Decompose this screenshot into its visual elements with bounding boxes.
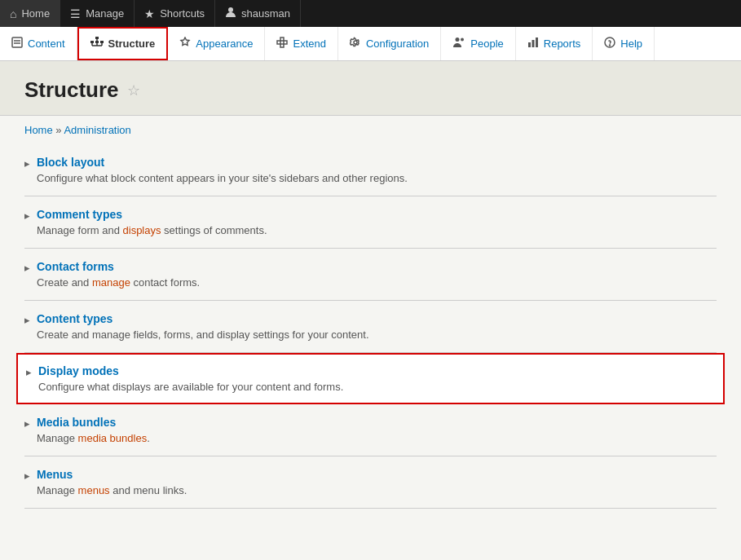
favorite-star-icon[interactable]: ☆ — [127, 82, 140, 99]
toolbar-user-label: shausman — [241, 7, 290, 20]
nav-people[interactable]: People — [441, 27, 515, 60]
svg-rect-20 — [531, 40, 534, 47]
svg-rect-15 — [280, 37, 284, 41]
block-layout-link[interactable]: Block layout — [37, 156, 104, 169]
item-arrow-icon: ▸ — [24, 157, 30, 170]
content-types-link[interactable]: Content types — [37, 312, 112, 325]
help-icon — [604, 37, 615, 51]
admin-toolbar: ⌂ Home ☰ Manage ★ Shortcuts shausman — [0, 0, 741, 27]
toolbar-home-label: Home — [21, 7, 50, 20]
content-icon — [11, 37, 23, 51]
content-types-desc: Create and manage fields, forms, and dis… — [37, 329, 717, 341]
svg-rect-6 — [95, 41, 99, 43]
svg-rect-16 — [280, 44, 284, 47]
nav-configuration[interactable]: Configuration — [338, 27, 441, 60]
nav-structure-label: Structure — [108, 37, 156, 50]
display-modes-link[interactable]: Display modes — [38, 364, 119, 377]
menus-desc: Manage menus and menu links. — [37, 484, 717, 496]
structure-item-contact-forms: ▸ Contact forms Create and manage contac… — [24, 249, 717, 301]
page-content: Structure ☆ Home » Administration ▸ Bloc… — [0, 61, 741, 509]
nav-appearance[interactable]: Appearance — [168, 27, 265, 60]
structure-item-menus: ▸ Menus Manage menus and menu links. — [24, 456, 717, 509]
breadcrumb-separator: » — [55, 124, 61, 136]
media-bundles-desc: Manage media bundles. — [37, 432, 717, 444]
extend-icon — [276, 37, 288, 51]
menu-icon: ☰ — [70, 7, 81, 20]
home-icon: ⌂ — [10, 7, 16, 20]
nav-help[interactable]: Help — [593, 27, 655, 60]
item-arrow-icon: ▸ — [24, 314, 30, 326]
people-icon — [452, 37, 465, 51]
item-arrow-icon: ▸ — [24, 470, 30, 482]
structure-item-content-types: ▸ Content types Create and manage fields… — [24, 301, 717, 353]
nav-extend[interactable]: Extend — [265, 27, 337, 60]
svg-rect-7 — [100, 41, 104, 43]
display-modes-desc: Configure what displays are available fo… — [38, 381, 715, 393]
comment-displays-link[interactable]: displays — [123, 224, 161, 236]
menus-manage-link[interactable]: menus — [78, 484, 110, 496]
svg-point-17 — [456, 37, 460, 42]
media-bundles-manage-link[interactable]: media bundles — [78, 432, 148, 444]
svg-rect-21 — [536, 37, 538, 47]
svg-rect-5 — [90, 41, 94, 43]
toolbar-shortcuts-label: Shortcuts — [160, 7, 205, 20]
nav-bar: Content Structure Appearance — [0, 27, 741, 61]
comment-types-desc: Manage form and displays settings of com… — [37, 224, 717, 236]
appearance-icon — [179, 37, 191, 51]
structure-item-block-layout: ▸ Block layout Configure what block cont… — [24, 144, 717, 196]
nav-content-label: Content — [28, 37, 65, 50]
item-arrow-icon: ▸ — [26, 366, 32, 378]
toolbar-home[interactable]: ⌂ Home — [0, 0, 60, 27]
toolbar-user[interactable]: shausman — [215, 0, 301, 27]
comment-types-link[interactable]: Comment types — [37, 208, 122, 221]
nav-help-label: Help — [620, 37, 642, 50]
svg-point-0 — [228, 7, 233, 12]
nav-extend-label: Extend — [293, 37, 325, 50]
page-header: Structure ☆ — [0, 61, 741, 116]
nav-content[interactable]: Content — [0, 27, 77, 60]
nav-appearance-label: Appearance — [196, 37, 253, 50]
toolbar-manage[interactable]: ☰ Manage — [60, 0, 135, 27]
menus-link[interactable]: Menus — [37, 468, 73, 481]
svg-point-23 — [610, 45, 611, 46]
nav-configuration-label: Configuration — [366, 37, 429, 50]
structure-item-comment-types: ▸ Comment types Manage form and displays… — [24, 196, 717, 249]
svg-rect-4 — [95, 37, 99, 39]
item-arrow-icon: ▸ — [24, 262, 30, 274]
breadcrumb: Home » Administration — [0, 116, 741, 144]
svg-rect-19 — [528, 42, 531, 47]
reports-icon — [527, 37, 539, 51]
contact-manage-link[interactable]: manage — [92, 276, 130, 289]
svg-rect-1 — [12, 37, 22, 47]
structure-list: ▸ Block layout Configure what block cont… — [0, 144, 741, 509]
breadcrumb-current[interactable]: Administration — [64, 124, 130, 136]
structure-item-media-bundles: ▸ Media bundles Manage media bundles. — [24, 404, 717, 456]
media-bundles-link[interactable]: Media bundles — [37, 416, 116, 429]
star-icon: ★ — [144, 7, 155, 20]
structure-item-display-modes: ▸ Display modes Configure what displays … — [16, 353, 725, 404]
item-arrow-icon: ▸ — [24, 209, 30, 222]
block-layout-desc: Configure what block content appears in … — [37, 172, 717, 184]
contact-forms-desc: Create and manage contact forms. — [37, 276, 717, 289]
breadcrumb-home[interactable]: Home — [24, 124, 53, 136]
page-title: Structure — [24, 77, 119, 103]
svg-point-18 — [461, 38, 464, 42]
toolbar-manage-label: Manage — [86, 7, 124, 20]
nav-structure[interactable]: Structure — [77, 27, 169, 60]
item-arrow-icon: ▸ — [24, 417, 30, 430]
toolbar-shortcuts[interactable]: ★ Shortcuts — [135, 0, 215, 27]
structure-icon — [90, 37, 104, 51]
nav-reports-label: Reports — [544, 37, 581, 50]
nav-reports[interactable]: Reports — [516, 27, 593, 60]
contact-forms-link[interactable]: Contact forms — [37, 260, 114, 273]
user-icon — [225, 7, 236, 20]
nav-people-label: People — [470, 37, 503, 50]
config-icon — [350, 37, 361, 51]
